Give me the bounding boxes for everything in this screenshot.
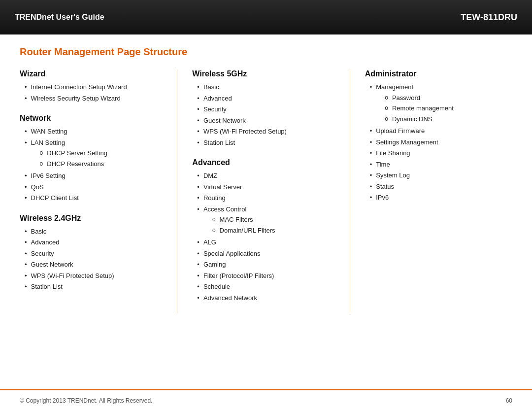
page-main-title: Router Management Page Structure (20, 46, 512, 58)
list-item: Upload Firmware (370, 126, 512, 136)
list-item: DHCP Client List (25, 193, 167, 203)
wizard-list: Internet Connection Setup Wizard Wireles… (20, 82, 167, 103)
list-item: IPv6 (370, 193, 512, 203)
footer-page-number: 60 (506, 397, 512, 404)
list-item: Advanced (25, 238, 167, 247)
list-item: Access Control MAC Filters Domain/URL Fi… (197, 205, 339, 237)
section-wireless5: Wireless 5GHz Basic Advanced Security Gu… (192, 69, 339, 147)
list-item: Management Password Remote management Dy… (370, 82, 512, 125)
section-advanced-title: Advanced (192, 158, 339, 167)
list-item: Settings Management (370, 137, 512, 147)
content-columns: Wizard Internet Connection Setup Wizard … (20, 69, 512, 313)
list-item: Routing (197, 193, 339, 203)
list-item: Time (370, 160, 512, 170)
section-wireless24: Wireless 2.4GHz Basic Advanced Security … (20, 214, 167, 292)
section-administrator: Administrator Management Password Remote… (365, 69, 512, 203)
access-control-sublist: MAC Filters Domain/URL Filters (203, 215, 340, 235)
wireless5-list: Basic Advanced Security Guest Network WP… (192, 82, 339, 147)
list-item: Basic (197, 82, 339, 92)
list-item: Wireless Security Setup Wizard (25, 94, 167, 103)
list-item: IPv6 Setting (25, 171, 167, 181)
list-item: Advanced Network (197, 293, 339, 303)
list-item: Schedule (197, 282, 339, 292)
model-number: TEW-811DRU (461, 12, 517, 23)
lan-sublist: DHCP Server Setting DHCP Reservations (31, 148, 167, 169)
sublist-item: Remote management (385, 103, 512, 113)
page-footer: © Copyright 2013 TRENDnet. All Rights Re… (0, 389, 532, 411)
section-wireless24-title: Wireless 2.4GHz (20, 214, 167, 223)
list-item: Filter (Protocol/IP Filters) (197, 271, 339, 281)
wireless24-list: Basic Advanced Security Guest Network WP… (20, 227, 167, 292)
network-list: WAN Setting LAN Setting DHCP Server Sett… (20, 127, 167, 203)
list-item: System Log (370, 171, 512, 180)
list-item: Guest Network (197, 116, 339, 126)
sublist-item: Domain/URL Filters (212, 226, 340, 236)
column-2: Wireless 5GHz Basic Advanced Security Gu… (177, 69, 350, 313)
footer-copyright: © Copyright 2013 TRENDnet. All Rights Re… (20, 397, 152, 404)
list-item: WAN Setting (25, 127, 167, 137)
list-item: Security (25, 249, 167, 259)
administrator-list: Management Password Remote management Dy… (365, 82, 512, 203)
section-network-title: Network (20, 114, 167, 123)
page-header: TRENDnet User's Guide TEW-811DRU (0, 0, 532, 34)
list-item: DMZ (197, 171, 339, 181)
section-wireless5-title: Wireless 5GHz (192, 69, 339, 78)
list-item: Internet Connection Setup Wizard (25, 82, 167, 92)
list-item: Advanced (197, 94, 339, 103)
guide-title: TRENDnet User's Guide (15, 13, 104, 22)
list-item: Station List (197, 138, 339, 148)
list-item: LAN Setting DHCP Server Setting DHCP Res… (25, 138, 167, 170)
management-sublist: Password Remote management Dynamic DNS (376, 93, 512, 124)
list-item: WPS (Wi-Fi Protected Setup) (25, 271, 167, 281)
section-wizard-title: Wizard (20, 69, 167, 78)
section-wizard: Wizard Internet Connection Setup Wizard … (20, 69, 167, 103)
advanced-list: DMZ Virtual Server Routing Access Contro… (192, 171, 339, 303)
list-item: Security (197, 104, 339, 114)
list-item: QoS (25, 182, 167, 192)
section-advanced: Advanced DMZ Virtual Server Routing Acce… (192, 158, 339, 303)
section-network: Network WAN Setting LAN Setting DHCP Ser… (20, 114, 167, 203)
list-item: Guest Network (25, 260, 167, 270)
list-item: Virtual Server (197, 182, 339, 192)
sublist-item: Dynamic DNS (385, 114, 512, 124)
list-item: Status (370, 182, 512, 192)
column-1: Wizard Internet Connection Setup Wizard … (20, 69, 177, 313)
list-item: WPS (Wi-Fi Protected Setup) (197, 127, 339, 137)
column-3: Administrator Management Password Remote… (350, 69, 512, 313)
sublist-item: DHCP Reservations (40, 159, 167, 169)
sublist-item: Password (385, 93, 512, 103)
list-item: File Sharing (370, 148, 512, 158)
sublist-item: MAC Filters (212, 215, 340, 225)
list-item: ALG (197, 238, 339, 247)
sublist-item: DHCP Server Setting (40, 148, 167, 158)
list-item: Gaming (197, 260, 339, 270)
section-administrator-title: Administrator (365, 69, 512, 78)
list-item: Station List (25, 282, 167, 292)
list-item: Basic (25, 227, 167, 237)
list-item: Special Applications (197, 249, 339, 259)
page-content: Router Management Page Structure Wizard … (0, 34, 532, 323)
